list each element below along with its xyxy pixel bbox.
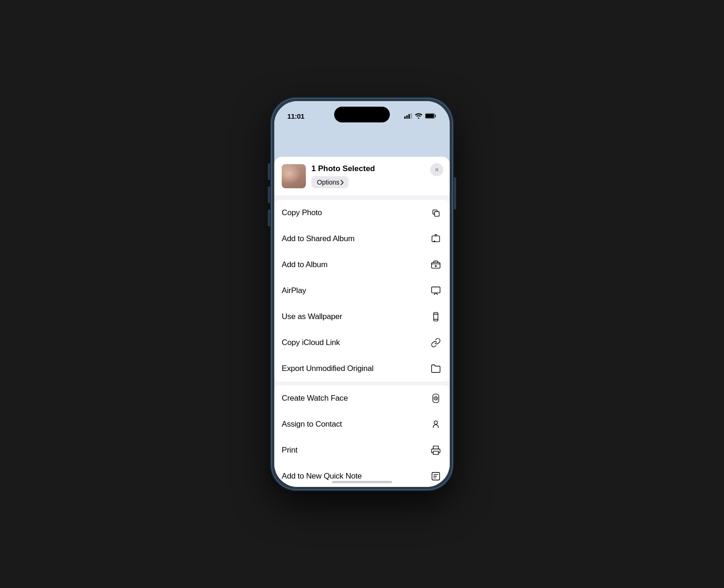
chevron-right-icon — [340, 179, 344, 185]
copy-icloud-item[interactable]: Copy iCloud Link — [274, 330, 450, 356]
print-item[interactable]: Print — [274, 437, 450, 463]
print-label: Print — [282, 446, 297, 455]
add-shared-album-label: Add to Shared Album — [282, 234, 355, 243]
dynamic-island — [334, 107, 390, 122]
svg-point-14 — [434, 421, 437, 424]
wifi-icon — [415, 113, 422, 119]
airplay-item[interactable]: AirPlay — [274, 278, 450, 304]
menu-section-1: Copy Photo Add to Shared Album — [274, 200, 450, 382]
sheet-header: 1 Photo Selected Options × — [274, 157, 450, 196]
photo-thumbnail — [282, 164, 306, 188]
close-icon: × — [435, 166, 439, 173]
svg-rect-0 — [404, 116, 406, 119]
export-original-icon — [429, 364, 442, 374]
copy-icloud-icon — [429, 338, 442, 348]
svg-rect-5 — [426, 114, 434, 118]
use-wallpaper-label: Use as Wallpaper — [282, 312, 342, 321]
quick-note-icon — [429, 471, 442, 481]
signal-icon — [404, 113, 412, 119]
use-wallpaper-item[interactable]: Use as Wallpaper — [274, 304, 450, 330]
add-album-icon — [429, 260, 442, 270]
svg-rect-10 — [432, 287, 440, 293]
svg-rect-6 — [434, 212, 439, 217]
assign-contact-label: Assign to Contact — [282, 420, 342, 429]
use-wallpaper-icon — [429, 312, 442, 322]
quick-note-item[interactable]: Add to New Quick Note — [274, 463, 450, 487]
assign-contact-item[interactable]: Assign to Contact — [274, 411, 450, 437]
watch-face-item[interactable]: Create Watch Face — [274, 385, 450, 411]
watch-face-label: Create Watch Face — [282, 394, 348, 403]
export-original-item[interactable]: Export Unmodified Original — [274, 356, 450, 382]
battery-icon — [425, 113, 437, 119]
add-album-item[interactable]: Add to Album — [274, 252, 450, 278]
airplay-icon — [429, 286, 442, 296]
svg-point-8 — [433, 241, 435, 243]
menu-section-2: Create Watch Face Assign to Contact — [274, 385, 450, 487]
svg-rect-3 — [411, 113, 412, 119]
options-label: Options — [317, 179, 339, 186]
status-time: 11:01 — [287, 112, 304, 120]
watch-face-icon — [429, 393, 442, 403]
copy-photo-label: Copy Photo — [282, 208, 322, 217]
add-shared-album-icon — [429, 234, 442, 244]
svg-rect-15 — [433, 451, 439, 454]
home-indicator — [332, 481, 392, 483]
airplay-label: AirPlay — [282, 286, 306, 295]
svg-rect-2 — [408, 114, 410, 119]
quick-note-label: Add to New Quick Note — [282, 472, 362, 481]
header-text: 1 Photo Selected Options — [311, 164, 442, 188]
svg-rect-11 — [433, 313, 438, 321]
add-album-label: Add to Album — [282, 260, 328, 269]
close-button[interactable]: × — [430, 163, 443, 176]
options-button[interactable]: Options — [311, 176, 349, 188]
copy-photo-item[interactable]: Copy Photo — [274, 200, 450, 226]
header-title: 1 Photo Selected — [311, 164, 442, 173]
assign-contact-icon — [429, 419, 442, 429]
phone-frame: 11:01 — [272, 98, 452, 490]
export-original-label: Export Unmodified Original — [282, 364, 374, 373]
phone-screen: 11:01 — [274, 101, 450, 487]
copy-icloud-label: Copy iCloud Link — [282, 338, 340, 347]
svg-rect-1 — [407, 115, 408, 119]
screen: 11:01 — [274, 101, 450, 487]
print-icon — [429, 445, 442, 455]
svg-rect-7 — [432, 236, 440, 242]
bottom-sheet[interactable]: 1 Photo Selected Options × — [274, 157, 450, 487]
add-shared-album-item[interactable]: Add to Shared Album — [274, 226, 450, 252]
copy-photo-icon — [429, 208, 442, 218]
status-icons — [404, 113, 437, 119]
